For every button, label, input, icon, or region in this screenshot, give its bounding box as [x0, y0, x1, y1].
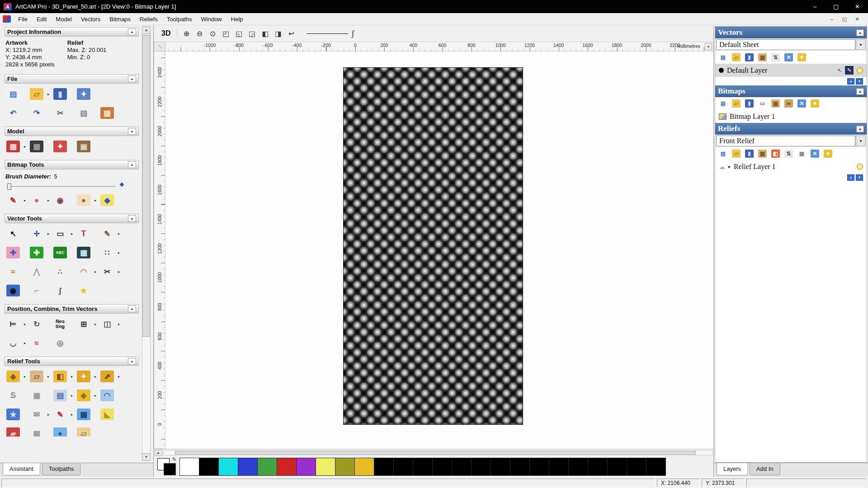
chevron-down-icon[interactable]: ▾: [856, 136, 866, 146]
paste-icon[interactable]: ▥: [99, 106, 115, 120]
document-close-button[interactable]: ✕: [852, 15, 863, 23]
palette-swatch[interactable]: [277, 458, 297, 476]
angled-plane-icon[interactable]: ◣: [99, 408, 115, 421]
palette-swatch[interactable]: [432, 458, 452, 476]
palette-swatch[interactable]: [296, 458, 316, 476]
tab-assistant[interactable]: Assistant: [3, 463, 40, 475]
drawing-canvas[interactable]: [165, 52, 713, 449]
open-model-icon[interactable]: ▱▸: [29, 87, 44, 101]
palette-swatch[interactable]: [627, 458, 646, 476]
weld-vectors-icon[interactable]: ◫▸: [99, 317, 115, 331]
tab-toolpaths[interactable]: Toolpaths: [42, 463, 81, 475]
palette-swatch[interactable]: [529, 458, 549, 476]
collapse-section-button[interactable]: ▲: [128, 305, 136, 312]
open-relief-layer-icon[interactable]: ▱: [732, 150, 741, 158]
link-bitmap-icon[interactable]: ∞: [784, 99, 793, 108]
scrollbar-thumb[interactable]: [175, 451, 695, 455]
previous-view-icon[interactable]: ↩: [285, 28, 297, 39]
collapse-section-button[interactable]: ▲: [128, 358, 136, 365]
zoom-drawing-icon[interactable]: ◱: [233, 28, 245, 39]
mesh-relief-icon[interactable]: ▦: [29, 427, 44, 436]
set-model-size-icon[interactable]: ▦▸: [5, 140, 21, 153]
palette-swatch[interactable]: [316, 458, 335, 476]
calculate-relief-icon[interactable]: ▦: [797, 150, 806, 158]
join-vectors-icon[interactable]: ∫: [52, 284, 68, 297]
merge-bitmap-icon[interactable]: ▥: [771, 99, 780, 108]
select-layer-vectors-icon[interactable]: ↖: [837, 67, 842, 74]
slider-thumb[interactable]: [7, 183, 11, 190]
copy-icon[interactable]: ▤: [76, 106, 91, 120]
scrollbar-track[interactable]: [164, 450, 712, 455]
chevron-down-icon[interactable]: ▾: [856, 39, 866, 50]
create-rectangle-icon[interactable]: ▭▸: [52, 227, 68, 240]
delete-relief-layer-icon[interactable]: ✕: [811, 150, 819, 158]
node-editing-icon[interactable]: ∴: [52, 265, 68, 278]
move-layer-down-button[interactable]: ▼: [856, 78, 863, 84]
export-layer-icon[interactable]: ⇅: [771, 53, 780, 61]
palette-swatch[interactable]: [179, 458, 199, 476]
brush-diameter-slider[interactable]: [5, 183, 138, 190]
smooth-relief-icon[interactable]: ▱▸: [29, 370, 44, 383]
spiral-icon[interactable]: ◎: [52, 336, 68, 350]
palette-swatch[interactable]: [413, 458, 433, 476]
paste-along-curve-icon[interactable]: ∷▸: [99, 246, 115, 259]
fillet-icon[interactable]: ⌐: [29, 284, 44, 297]
cut-icon[interactable]: ✂: [52, 106, 68, 120]
vector-doctor-icon[interactable]: ✚: [5, 246, 21, 259]
layer-row-bitmap-layer-1[interactable]: Bitmap Layer 1: [715, 110, 867, 123]
scroll-right-icon[interactable]: ▸: [155, 450, 162, 456]
layer-row-default-layer[interactable]: Default Layer ↖ ✎: [715, 64, 867, 77]
minimize-button[interactable]: –: [804, 0, 826, 13]
merge-relief-icon[interactable]: ▥: [758, 150, 767, 158]
assistant-scrollbar[interactable]: ▲ ▼: [142, 26, 151, 461]
create-arc-icon[interactable]: ◠▸: [76, 265, 91, 278]
create-plus-icon[interactable]: ✚: [29, 246, 44, 259]
sculpting-icon[interactable]: S: [5, 389, 21, 402]
palette-swatch[interactable]: [607, 458, 627, 476]
relief-from-image-icon[interactable]: ▣: [76, 140, 91, 153]
tab-add-in[interactable]: Add In: [750, 463, 780, 475]
document-restore-button[interactable]: ◱: [839, 15, 850, 23]
menu-item[interactable]: Model: [51, 14, 76, 24]
relief-tool-icon[interactable]: ▰: [5, 427, 21, 436]
delete-bitmap-layer-icon[interactable]: ✕: [797, 99, 806, 108]
new-model-icon[interactable]: ▤: [5, 87, 21, 101]
pan-page-left-icon[interactable]: ◧: [259, 28, 271, 39]
trim-vectors-icon[interactable]: ✂▸: [99, 265, 115, 278]
zoom-in-icon[interactable]: ⊕: [180, 28, 192, 39]
palette-swatch[interactable]: [588, 458, 608, 476]
palette-swatch[interactable]: [354, 458, 374, 476]
wax-model-icon[interactable]: ◆▸: [76, 389, 91, 402]
transform-relief-icon[interactable]: ⇅: [784, 150, 793, 158]
palette-swatch[interactable]: [335, 458, 355, 476]
circular-copy-icon[interactable]: ↻: [29, 317, 44, 331]
block-copy-icon[interactable]: ⊞▸: [76, 317, 91, 331]
palette-swatch[interactable]: [471, 458, 491, 476]
offset-relief-icon[interactable]: ▤▸: [52, 389, 68, 402]
new-layer-icon[interactable]: ▤: [719, 53, 727, 61]
palette-swatch[interactable]: [199, 458, 219, 476]
new-bitmap-layer-icon[interactable]: ▤: [719, 99, 727, 108]
collapse-section-button[interactable]: ▲: [128, 128, 136, 135]
line-weight-sample[interactable]: [307, 33, 348, 34]
collapse-section-button[interactable]: ▲: [128, 161, 136, 168]
sheet-select[interactable]: Default Sheet ▾: [715, 38, 867, 51]
scrollbar-thumb[interactable]: [142, 35, 150, 337]
save-bitmap-layer-icon[interactable]: ▮: [745, 99, 754, 108]
collapse-section-button[interactable]: ▲: [128, 28, 136, 35]
select-vectors-icon[interactable]: ↖: [5, 227, 21, 240]
vector-texture-icon[interactable]: ≈: [29, 336, 44, 350]
import-layer-icon[interactable]: ▥: [758, 53, 767, 61]
ruler-options-button[interactable]: ▾: [705, 43, 712, 50]
undo-icon[interactable]: ↶: [5, 106, 21, 120]
save-model-icon[interactable]: ▮: [52, 87, 68, 101]
maximize-button[interactable]: ▢: [826, 0, 847, 13]
measure-icon[interactable]: ✎▸: [99, 227, 115, 240]
weave-relief-icon[interactable]: ▩: [76, 408, 91, 421]
flood-fill-icon[interactable]: ◆: [99, 193, 115, 207]
scroll-up-icon[interactable]: ▲: [142, 26, 151, 34]
dome-relief-icon[interactable]: ◠: [99, 389, 115, 402]
model-operations-icon[interactable]: ✦: [52, 140, 68, 153]
collapse-section-button[interactable]: ▲: [128, 215, 136, 222]
palette-swatch[interactable]: [452, 458, 472, 476]
